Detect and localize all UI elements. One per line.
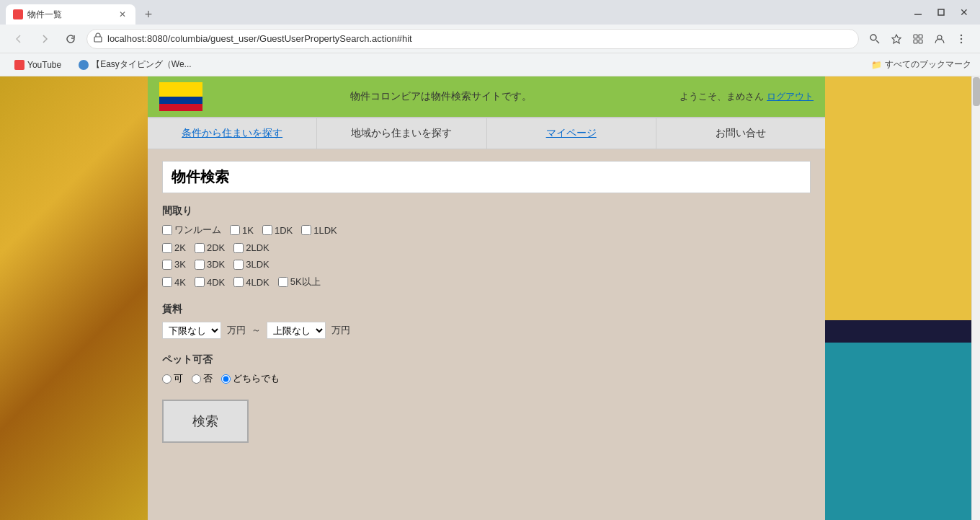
page-content: 物件コロンビアは物件検索サイトです。 ようこそ、まめさん ログアウト 条件から住… bbox=[148, 76, 825, 520]
madori-row-1: ワンルーム 1K 1DK 1LDK bbox=[162, 224, 811, 237]
scroll-thumb[interactable] bbox=[973, 77, 980, 106]
checkbox-3ldk[interactable] bbox=[233, 260, 244, 270]
rent-lower-select[interactable]: 下限なし 5 6 7 8 10 bbox=[162, 322, 221, 339]
label-wonroom: ワンルーム bbox=[174, 224, 221, 237]
nav-search-condition[interactable]: 条件から住まいを探す bbox=[148, 118, 317, 149]
label-1k: 1K bbox=[242, 225, 254, 236]
checkbox-item-2dk[interactable]: 2DK bbox=[195, 242, 225, 253]
site-tagline: 物件コロンビアは物件検索サイトです。 bbox=[202, 90, 680, 103]
minimize-button[interactable] bbox=[908, 2, 928, 22]
label-2k: 2K bbox=[174, 242, 186, 253]
pet-no-label: 否 bbox=[203, 372, 213, 385]
pet-any-label: どちらでも bbox=[233, 372, 280, 385]
youtube-label: YouTube bbox=[27, 60, 61, 70]
rent-upper-select[interactable]: 上限なし 5 6 7 8 10 bbox=[267, 322, 326, 339]
checkbox-4dk[interactable] bbox=[195, 277, 205, 287]
svg-rect-8 bbox=[914, 40, 917, 43]
checkbox-item-3k[interactable]: 3K bbox=[162, 259, 186, 270]
checkbox-5k[interactable] bbox=[278, 277, 288, 287]
checkbox-item-wonroom[interactable]: ワンルーム bbox=[162, 224, 221, 237]
label-4dk: 4DK bbox=[207, 277, 225, 288]
bookmark-youtube[interactable]: YouTube bbox=[9, 58, 67, 71]
nav-my-page[interactable]: マイページ bbox=[487, 118, 656, 149]
right-decoration bbox=[825, 76, 980, 520]
rent-label: 賃料 bbox=[162, 303, 811, 316]
checkbox-2k[interactable] bbox=[162, 243, 172, 253]
tab-favicon bbox=[13, 9, 23, 19]
forward-button[interactable] bbox=[35, 29, 55, 49]
close-button[interactable]: ✕ bbox=[954, 2, 974, 22]
svg-marker-5 bbox=[892, 35, 901, 43]
checkbox-2ldk[interactable] bbox=[233, 243, 244, 253]
nav-contact[interactable]: お問い合せ bbox=[656, 118, 825, 149]
pet-ok-radio[interactable] bbox=[162, 374, 172, 384]
search-icon[interactable] bbox=[865, 29, 885, 49]
search-btn-container: 検索 bbox=[162, 400, 811, 443]
pet-section: ペット可否 可 否 どちらでも bbox=[162, 353, 811, 385]
active-tab[interactable]: 物件一覧 ✕ bbox=[6, 4, 135, 25]
reload-button[interactable] bbox=[61, 29, 81, 49]
svg-point-11 bbox=[961, 34, 962, 35]
checkbox-3k[interactable] bbox=[162, 260, 172, 270]
url-bar[interactable]: localhost:8080/columbia/guest_user/Guest… bbox=[86, 29, 859, 49]
checkbox-1ldk[interactable] bbox=[301, 225, 311, 235]
checkbox-item-1ldk[interactable]: 1LDK bbox=[301, 225, 337, 236]
pet-any-option[interactable]: どちらでも bbox=[221, 372, 280, 385]
rent-row: 下限なし 5 6 7 8 10 万円 ～ 上限なし 5 6 bbox=[162, 322, 811, 339]
checkbox-4k[interactable] bbox=[162, 277, 172, 287]
logout-link[interactable]: ログアウト bbox=[767, 90, 814, 103]
checkbox-item-4ldk[interactable]: 4LDK bbox=[233, 277, 270, 288]
all-bookmarks[interactable]: 📁 すべてのブックマーク bbox=[871, 58, 971, 71]
checkbox-wonroom[interactable] bbox=[162, 225, 172, 235]
label-2dk: 2DK bbox=[207, 242, 225, 253]
pet-any-radio[interactable] bbox=[221, 374, 231, 384]
bookmark-easytyping[interactable]: 【Easyタイピング（We... bbox=[73, 57, 197, 72]
scrollbar[interactable] bbox=[971, 76, 980, 520]
maximize-button[interactable] bbox=[931, 2, 951, 22]
rent-section: 賃料 下限なし 5 6 7 8 10 万円 ～ 上限なし bbox=[162, 303, 811, 339]
svg-line-4 bbox=[876, 40, 879, 43]
checkbox-1dk[interactable] bbox=[262, 225, 272, 235]
pet-ok-option[interactable]: 可 bbox=[162, 372, 183, 385]
label-1ldk: 1LDK bbox=[313, 225, 337, 236]
madori-row-4: 4K 4DK 4LDK 5K以上 bbox=[162, 276, 811, 288]
search-button[interactable]: 検索 bbox=[162, 400, 249, 443]
checkbox-item-3ldk[interactable]: 3LDK bbox=[233, 259, 270, 270]
right-mid-stripe bbox=[825, 320, 980, 365]
checkbox-item-3dk[interactable]: 3DK bbox=[195, 259, 225, 270]
label-5k: 5K以上 bbox=[290, 276, 321, 288]
pet-no-option[interactable]: 否 bbox=[192, 372, 213, 385]
bookmark-star-icon[interactable] bbox=[886, 29, 906, 49]
menu-icon[interactable] bbox=[951, 29, 971, 49]
all-bookmarks-label: すべてのブックマーク bbox=[885, 58, 971, 71]
header-inner: 物件コロンビアは物件検索サイトです。 ようこそ、まめさん ログアウト bbox=[148, 76, 825, 117]
flag-blue bbox=[159, 97, 202, 104]
tab-close-button[interactable]: ✕ bbox=[117, 9, 128, 20]
content-area: 物件コロンビアは物件検索サイトです。 ようこそ、まめさん ログアウト 条件から住… bbox=[0, 76, 980, 520]
nav-search-area[interactable]: 地域から住まいを探す bbox=[317, 118, 486, 149]
new-tab-button[interactable]: + bbox=[138, 4, 159, 25]
checkbox-2dk[interactable] bbox=[195, 243, 205, 253]
back-button[interactable] bbox=[9, 29, 29, 49]
rent-tilde: ～ bbox=[251, 324, 261, 337]
checkbox-item-1k[interactable]: 1K bbox=[230, 225, 254, 236]
checkbox-item-4dk[interactable]: 4DK bbox=[195, 277, 225, 288]
tab-title: 物件一覧 bbox=[27, 9, 62, 21]
madori-label: 間取り bbox=[162, 205, 811, 218]
label-3ldk: 3LDK bbox=[246, 259, 270, 270]
checkbox-item-5k[interactable]: 5K以上 bbox=[278, 276, 321, 288]
checkbox-item-1dk[interactable]: 1DK bbox=[262, 225, 293, 236]
madori-row-3: 3K 3DK 3LDK bbox=[162, 259, 811, 270]
extensions-icon[interactable] bbox=[908, 29, 928, 49]
checkbox-item-2ldk[interactable]: 2LDK bbox=[233, 242, 270, 253]
checkbox-item-4k[interactable]: 4K bbox=[162, 277, 186, 288]
easytyping-label: 【Easyタイピング（We... bbox=[92, 58, 191, 71]
pet-label: ペット可否 bbox=[162, 353, 811, 366]
profile-icon[interactable] bbox=[930, 29, 950, 49]
checkbox-1k[interactable] bbox=[230, 225, 240, 235]
checkbox-item-2k[interactable]: 2K bbox=[162, 242, 186, 253]
pet-no-radio[interactable] bbox=[192, 374, 201, 384]
url-text[interactable]: localhost:8080/columbia/guest_user/Guest… bbox=[86, 29, 859, 49]
checkbox-3dk[interactable] bbox=[195, 260, 205, 270]
checkbox-4ldk[interactable] bbox=[233, 277, 244, 287]
